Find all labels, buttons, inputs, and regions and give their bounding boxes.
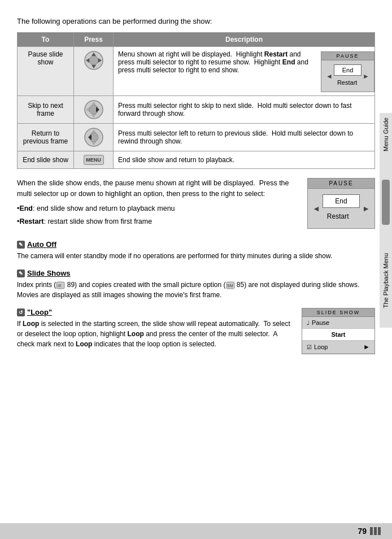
col-header-to: To — [18, 33, 74, 47]
row-desc-end: End slide show and return to playback. — [114, 151, 375, 169]
side-tabs: Menu Guide The Playback Menu — [380, 113, 392, 328]
slide-shows-body: Index prints (IX 89) and copies created … — [17, 280, 375, 300]
loop-section: ↺ "Loop" If Loop is selected in the star… — [17, 308, 375, 354]
intro-text: The following operations can be performe… — [17, 17, 375, 25]
arrow-right-sm: ► — [363, 343, 370, 351]
col-header-press: Press — [74, 33, 114, 47]
note-icon-sm: ♩ — [307, 320, 310, 326]
svg-text:IX: IX — [58, 284, 62, 288]
row-press-end: MENU — [74, 151, 114, 169]
page: The following operations can be performe… — [0, 0, 392, 539]
table-row: Skip to next frame Press — [18, 96, 375, 124]
playback-menu-tab: The Playback Menu — [382, 253, 389, 308]
row-desc-prev: Press multi selector left to return to p… — [114, 124, 375, 151]
auto-off-icon: ✎ — [17, 241, 25, 249]
menu-button-icon: MENU — [79, 155, 108, 165]
page-bars — [370, 527, 381, 535]
operations-table: To Press Description Pause slide show — [17, 32, 375, 169]
table-row: Return to previous frame — [18, 124, 375, 151]
slide-shows-section: ✎ Slide Shows Index prints (IX 89) and c… — [17, 269, 375, 300]
table-row: Pause slide show — [18, 47, 375, 96]
row-press-skip — [74, 96, 114, 124]
slide-shows-title: Slide Shows — [27, 269, 71, 277]
pause-menu-small: PAUSE ◄ End Restart ► — [321, 51, 374, 92]
right-arrow-icon: ► — [362, 204, 370, 213]
table-row: End slide show MENU End slide show and r… — [18, 151, 375, 169]
multi-selector-left-icon — [79, 127, 108, 147]
row-press-prev — [74, 124, 114, 151]
svg-point-1 — [89, 56, 98, 65]
notes-area: ✎ Auto Off The camera will enter standby… — [17, 240, 375, 354]
tab-bar — [382, 180, 390, 225]
multi-selector-right-icon — [79, 99, 108, 120]
row-press-pause — [74, 47, 114, 96]
menu-guide-tab: Menu Guide — [382, 118, 389, 151]
bullet-restart: •Restart: restart slide show from first … — [17, 216, 298, 227]
col-header-description: Description — [114, 33, 375, 47]
row-to-skip: Skip to next frame — [18, 96, 74, 124]
loop-title: "Loop" — [27, 308, 52, 316]
row-desc-skip: Press multi selector right to skip to ne… — [114, 96, 375, 124]
multi-selector-center-icon — [79, 50, 108, 71]
pause-menu-large: PAUSE ◄ End Restart ► — [307, 178, 375, 229]
loop-icon: ↺ — [17, 308, 25, 316]
svg-text:SM: SM — [227, 284, 233, 288]
page-number: 79 — [358, 527, 367, 536]
row-to-pause: Pause slide show — [18, 47, 74, 96]
slide-shows-icon: ✎ — [17, 270, 25, 277]
slideshow-menu: SLIDE SHOW ♩ Pause Start ☑ Loop ► — [302, 308, 375, 354]
slideshow-ends-section: When the slide show ends, the pause menu… — [17, 178, 375, 229]
auto-off-body: The camera will enter standby mode if no… — [17, 251, 375, 261]
row-to-end: End slide show — [18, 151, 74, 169]
left-arrow-icon: ◄ — [312, 204, 320, 213]
loop-body: If Loop is selected in the starting scre… — [17, 319, 293, 349]
row-desc-pause: Menu shown at right will be displayed. H… — [114, 47, 375, 96]
auto-off-title: Auto Off — [27, 240, 56, 249]
bullet-end: •End: end slide show and return to playb… — [17, 203, 298, 214]
page-number-bar: 79 — [0, 523, 392, 539]
slideshow-ends-text: When the slide show ends, the pause menu… — [17, 178, 298, 200]
auto-off-section: ✎ Auto Off The camera will enter standby… — [17, 240, 375, 261]
row-to-prev: Return to previous frame — [18, 124, 74, 151]
check-icon-sm: ☑ — [307, 344, 312, 350]
